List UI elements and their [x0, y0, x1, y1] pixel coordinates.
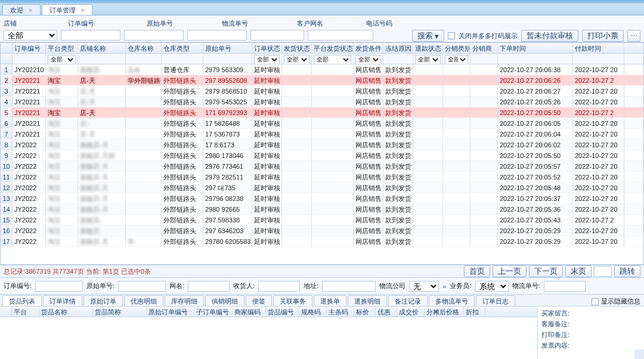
dcol-bar[interactable]: 主条码 [327, 307, 354, 317]
col-freeze[interactable]: 冻结原因 [383, 43, 413, 53]
dcol-plat[interactable]: 平台 [12, 307, 39, 317]
filter-shipcond[interactable]: 全部 [355, 55, 381, 64]
more-button[interactable]: ⋯ [627, 30, 640, 42]
col-time1[interactable]: 下单时间 [498, 43, 573, 53]
dcol-goods[interactable]: 货品编号 [266, 307, 299, 317]
orderno2-input[interactable] [35, 281, 83, 292]
shop-select[interactable]: 全部 [4, 30, 57, 41]
table-row[interactable]: 15JY2022淘宝旗舰店-外部链路头297 598338延时审核网店销售款到发… [1, 215, 643, 225]
table-row[interactable]: 16JY2022淘宝旗舰店-外部链路头297 6346203延时审核网店销售款到… [1, 225, 643, 236]
dcol-deal[interactable]: 成交价 [397, 307, 425, 317]
close-extra-checkbox[interactable] [448, 32, 455, 39]
col-shopname[interactable]: 店铺名称 [78, 43, 126, 53]
itab-order-log[interactable]: 订单日志 [476, 295, 515, 306]
filter-shipstate[interactable]: 全部 [284, 55, 309, 64]
table-row[interactable]: 9JY2022淘宝旗舰店-天猫外部链路头2980 173046延时审核网店销售款… [1, 150, 643, 161]
table-row[interactable]: 4JY20221淘宝店-天外部链路头2979 5453025延时审核网店销售款到… [1, 97, 643, 107]
first-page-button[interactable]: 首页 [464, 265, 490, 277]
dcol-merch[interactable]: 商家编码 [233, 307, 266, 317]
col-shipstate[interactable]: 发货状态 [282, 43, 312, 53]
col-ordstate[interactable]: 订单状态 [252, 43, 282, 53]
filter-disttype[interactable]: 全部 [445, 55, 468, 64]
logi-select[interactable]: 无 [409, 281, 439, 292]
filter-platship[interactable]: 全部 [314, 55, 351, 64]
audit-pay-button[interactable]: 暂未付款审核 [521, 30, 578, 42]
filter-ordstate[interactable]: 全部 [254, 55, 280, 64]
table-row[interactable]: 5JY20221淘宝店-天外部链路头171 69792393延时审核网店销售款到… [1, 107, 643, 118]
arrow-icon[interactable]: » [442, 283, 446, 290]
close-icon[interactable]: × [29, 7, 32, 14]
close-icon[interactable]: × [81, 7, 85, 14]
dcol-off[interactable]: 折扣 [464, 307, 485, 317]
table-row[interactable]: 12JY2022淘宝旗舰店-天外部链路头297 대735延时审核网店销售款到发货… [1, 182, 643, 193]
staff-select[interactable]: 系统 [475, 281, 509, 292]
scroll-corner [634, 349, 644, 359]
tab-order-management[interactable]: 订单管理 × [42, 4, 93, 15]
table-row[interactable]: 13JY2022淘宝旗舰店-天外部链路头29796 08238延时审核网店销售款… [1, 193, 643, 204]
tab-welcome[interactable]: 欢迎 × [2, 4, 41, 15]
itab-note[interactable]: 便签 [246, 295, 272, 306]
filter-plattype[interactable]: 全部 [48, 55, 76, 64]
itab-discount-detail[interactable]: 优惠明细 [124, 295, 163, 306]
itab-return-order[interactable]: 退换单 [314, 295, 346, 306]
col-shipcond[interactable]: 发货条件 [354, 43, 383, 53]
itab-supply-detail[interactable]: 供销明细 [205, 295, 244, 306]
itab-multi-logi[interactable]: 多物流单号 [429, 295, 475, 306]
itab-related-affairs[interactable]: 关联事务 [273, 295, 312, 306]
itab-original-order[interactable]: 原始订单 [83, 295, 123, 306]
orderno-input[interactable] [61, 30, 120, 41]
search-button[interactable]: 搜索 ▾ [412, 30, 444, 42]
phone-input[interactable] [308, 30, 373, 41]
table-row[interactable]: 10JY2022淘宝旗舰店-天外部链路头2976 773461延时审核网店销售款… [1, 161, 643, 172]
table-row[interactable]: 7JY20221淘宝店-天外部链路头17 5367873延时审核网店销售款到发货… [1, 129, 643, 140]
itab-stock-detail[interactable]: 库存明细 [165, 295, 204, 306]
col-dist[interactable]: 分销商 [470, 43, 498, 53]
dcol-orig[interactable]: 原始订单编号 [147, 307, 194, 317]
col-plattype[interactable]: 平台类型 [46, 43, 78, 53]
table-row[interactable]: 3JY20221淘宝店-天外部链路头2979 8568510延时审核网店销售款到… [1, 86, 643, 97]
dcol-disc[interactable]: 优惠 [376, 307, 397, 317]
prev-page-button[interactable]: 上一页 [493, 265, 527, 277]
table-row[interactable]: 17JY2022淘宝旗舰店-天学外部链路头29780 620558314延时审核… [1, 236, 643, 247]
col-orderid[interactable]: 订单编号 [13, 43, 46, 53]
logino-input[interactable] [187, 30, 247, 41]
table-row[interactable]: 11JY2022淘宝旗舰店-天外部链路头2979 282511延时审核网店销售款… [1, 172, 643, 182]
page-jump-input[interactable] [594, 266, 612, 277]
show-hidden-checkbox[interactable] [592, 298, 599, 305]
col-whtype[interactable]: 仓库类型 [162, 43, 203, 53]
last-page-button[interactable]: 末页 [565, 265, 592, 277]
itab-return-detail[interactable]: 退换明细 [348, 295, 387, 306]
logino2-input[interactable] [544, 281, 586, 292]
filter-refund[interactable]: 全部 [415, 55, 441, 64]
next-page-button[interactable]: 下一页 [529, 265, 563, 277]
origno-input[interactable] [124, 30, 184, 41]
dcol-short[interactable]: 货品简称 [93, 307, 147, 317]
recv-input[interactable] [258, 281, 300, 292]
jump-page-button[interactable]: 跳转 [614, 265, 640, 277]
dcol-spec[interactable]: 规格码 [299, 307, 327, 317]
itab-order-detail[interactable]: 订单详情 [43, 295, 82, 306]
netname-input[interactable] [188, 281, 230, 292]
col-platship[interactable]: 平台发货状态 [312, 43, 354, 53]
custname-input[interactable] [250, 30, 304, 41]
dcol-price[interactable]: 标价 [354, 307, 376, 317]
origno2-input[interactable] [118, 281, 166, 292]
table-row[interactable]: 2JY20221淘宝店-天学外部链路头外部链路头297 89552608延时审核… [1, 75, 643, 86]
dcol-name[interactable]: 货品名称 [39, 307, 93, 317]
table-row[interactable]: 6JY20221淘宝店-外部链路头17 5826488延时审核网店销售款到发货2… [1, 118, 643, 129]
col-orig[interactable]: 原始单号 [203, 43, 252, 53]
col-time2[interactable]: 付款时间 [573, 43, 624, 53]
col-warehouse[interactable]: 仓库名称 [126, 43, 162, 53]
col-refund[interactable]: 退款状态 [413, 43, 443, 53]
dcol-share[interactable]: 分摊后价格 [425, 307, 464, 317]
table-row[interactable]: 8JY2022淘宝旗舰店-天外部链路头17 8:6173延时审核网店销售款到发货… [1, 140, 643, 150]
addr-input[interactable] [322, 281, 376, 292]
col-disttype[interactable]: 分销类别 [443, 43, 470, 53]
itab-remark-record[interactable]: 备注记录 [388, 295, 428, 306]
table-row[interactable]: 14JY2022淘宝旗舰店-天外部链路头2980 92665延时审核网店销售款到… [1, 204, 643, 215]
show-hidden-label: 显示隐藏信息 [601, 297, 640, 306]
print-small-button[interactable]: 打印小票 [582, 30, 624, 42]
dcol-sub[interactable]: 子订单编号 [194, 307, 233, 317]
itab-goods-list[interactable]: 货品列表 [2, 295, 42, 306]
table-row[interactable]: 1JY202210淘宝旗舰店-品名普通仓库2979 563309延时审核网店销售… [1, 64, 643, 75]
